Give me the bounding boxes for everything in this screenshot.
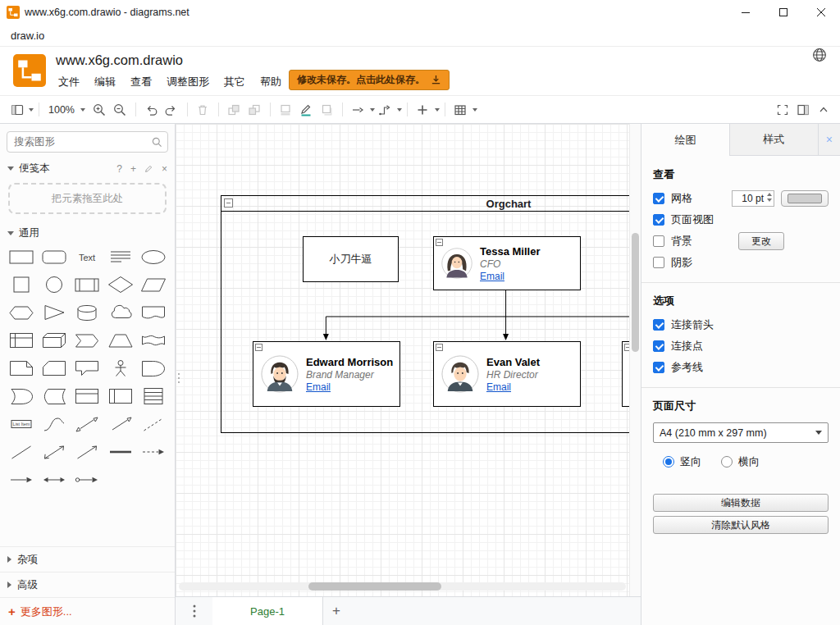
shape-cylinder-icon[interactable]: [71, 303, 103, 322]
shape-bidirectional-connector-icon[interactable]: [38, 443, 71, 461]
collapse-minus-icon[interactable]: [255, 344, 262, 351]
node-plain[interactable]: 小刀牛逼: [303, 236, 399, 282]
zoom-dropdown[interactable]: 100%: [44, 104, 89, 116]
close-panel-icon[interactable]: ×: [819, 124, 840, 155]
line-color-icon[interactable]: [296, 99, 317, 120]
shape-or-icon[interactable]: [137, 359, 170, 377]
shape-list-item-icon[interactable]: List Item: [5, 415, 38, 433]
fullscreen-icon[interactable]: [772, 99, 792, 120]
shape-square-icon[interactable]: [5, 276, 38, 294]
tab-diagram[interactable]: 绘图: [641, 124, 730, 156]
scratchpad-header[interactable]: 便笺本 ? + ×: [0, 157, 175, 180]
shape-text-icon[interactable]: Text: [71, 248, 103, 266]
search-icon[interactable]: [152, 137, 162, 148]
sidebar-splitter-handle[interactable]: [176, 368, 181, 388]
node-tessa-miller[interactable]: Tessa Miller CFO Email: [433, 236, 581, 290]
menu-help[interactable]: 帮助: [253, 72, 289, 92]
stepper-icon[interactable]: [767, 193, 772, 202]
shape-arrow-icon[interactable]: [104, 415, 137, 433]
shape-parallelogram-icon[interactable]: [137, 276, 170, 294]
shape-document-icon[interactable]: [137, 303, 170, 322]
add-to-scratchpad-icon[interactable]: +: [130, 163, 136, 175]
grid-size-input[interactable]: 10 pt: [732, 190, 774, 207]
shape-curve-icon[interactable]: [38, 415, 71, 433]
shape-edge-icon[interactable]: [5, 471, 38, 489]
shape-cube-icon[interactable]: [38, 331, 71, 349]
horizontal-scrollbar[interactable]: [179, 582, 626, 591]
scratchpad-drop-area[interactable]: 把元素拖至此处: [8, 183, 167, 214]
change-background-button[interactable]: 更改: [738, 232, 784, 250]
shape-internal-storage-icon[interactable]: [5, 331, 38, 349]
undo-icon[interactable]: [141, 99, 162, 120]
background-checkbox[interactable]: [653, 235, 664, 247]
close-scratchpad-icon[interactable]: ×: [162, 163, 167, 175]
portrait-radio[interactable]: [663, 456, 674, 468]
menu-view[interactable]: 查看: [123, 72, 159, 92]
shape-card-icon[interactable]: [38, 359, 71, 377]
connection-arrows-checkbox[interactable]: [653, 319, 664, 331]
node-edward-morrison[interactable]: Edward Morrison Brand Manager Email: [253, 341, 400, 407]
portrait-option[interactable]: 竖向: [663, 454, 701, 469]
shape-line-icon[interactable]: [5, 443, 38, 461]
close-button[interactable]: [802, 0, 840, 25]
app-menu-drawio[interactable]: draw.io: [7, 28, 48, 43]
page-size-select[interactable]: A4 (210 mm x 297 mm): [653, 422, 829, 443]
page-view-checkbox[interactable]: [653, 214, 664, 226]
waypoints-dropdown[interactable]: [375, 99, 402, 120]
zoom-out-icon[interactable]: [110, 99, 130, 120]
view-dropdown[interactable]: [7, 99, 34, 120]
shape-step-icon[interactable]: [71, 331, 103, 349]
shape-bidirectional-edge-icon[interactable]: [38, 471, 71, 489]
menu-file[interactable]: 文件: [51, 72, 87, 92]
email-link[interactable]: Email: [480, 271, 540, 282]
maximize-button[interactable]: [765, 0, 802, 25]
table-dropdown[interactable]: [450, 99, 477, 120]
collapse-minus-icon[interactable]: [436, 344, 443, 351]
advanced-section-header[interactable]: 高级: [0, 572, 175, 597]
grid-checkbox[interactable]: [653, 193, 664, 204]
shape-ellipse-icon[interactable]: [137, 248, 170, 266]
vertical-scrollbar-thumb[interactable]: [632, 233, 639, 352]
insert-dropdown[interactable]: [413, 99, 440, 120]
diagram-canvas[interactable]: Orgchart 小刀牛逼: [176, 124, 641, 596]
shadow-icon[interactable]: [317, 99, 337, 120]
misc-section-header[interactable]: 杂项: [0, 546, 175, 572]
language-globe-icon[interactable]: [812, 48, 827, 62]
connection-points-checkbox[interactable]: [653, 340, 664, 352]
tab-style[interactable]: 样式: [730, 124, 819, 155]
horizontal-scrollbar-thumb[interactable]: [308, 582, 441, 591]
shape-rectangle-icon[interactable]: [5, 248, 38, 266]
menu-extras[interactable]: 其它: [217, 72, 253, 92]
guides-checkbox[interactable]: [653, 362, 664, 373]
shape-note-icon[interactable]: [5, 359, 38, 377]
minimize-button[interactable]: [727, 0, 765, 25]
shape-list-icon[interactable]: [137, 387, 170, 405]
general-section-header[interactable]: 通用: [0, 222, 175, 244]
shape-rounded-rectangle-icon[interactable]: [38, 248, 71, 266]
shape-vertical-container-icon[interactable]: [104, 387, 137, 405]
shape-diamond-icon[interactable]: [104, 276, 137, 294]
shape-callout-icon[interactable]: [71, 359, 103, 377]
format-panel-toggle-icon[interactable]: [792, 99, 813, 120]
email-link[interactable]: Email: [306, 381, 393, 393]
grid-color-button[interactable]: [781, 190, 829, 207]
more-shapes-button[interactable]: + 更多图形...: [0, 597, 175, 625]
redo-icon[interactable]: [162, 99, 182, 120]
collapse-minus-icon[interactable]: [224, 198, 233, 208]
to-back-icon[interactable]: [244, 99, 265, 120]
shape-tape-icon[interactable]: [137, 331, 170, 349]
shape-cloud-icon[interactable]: [104, 303, 137, 322]
shape-directional-connector-icon[interactable]: [71, 443, 103, 461]
pages-menu-icon[interactable]: [176, 597, 212, 625]
menu-edit[interactable]: 编辑: [87, 72, 123, 92]
shape-bidirectional-arrow-icon[interactable]: [71, 415, 103, 433]
shape-container-icon[interactable]: [71, 387, 103, 405]
help-icon[interactable]: ?: [116, 163, 122, 175]
shape-circle-icon[interactable]: [38, 276, 71, 294]
connection-style-dropdown[interactable]: [348, 99, 375, 120]
shape-trapezoid-icon[interactable]: [104, 331, 137, 349]
add-page-button[interactable]: +: [323, 597, 349, 625]
shape-data-storage-icon[interactable]: [38, 387, 71, 405]
shape-triangle-icon[interactable]: [38, 303, 71, 322]
edit-data-button[interactable]: 编辑数据: [653, 494, 829, 512]
